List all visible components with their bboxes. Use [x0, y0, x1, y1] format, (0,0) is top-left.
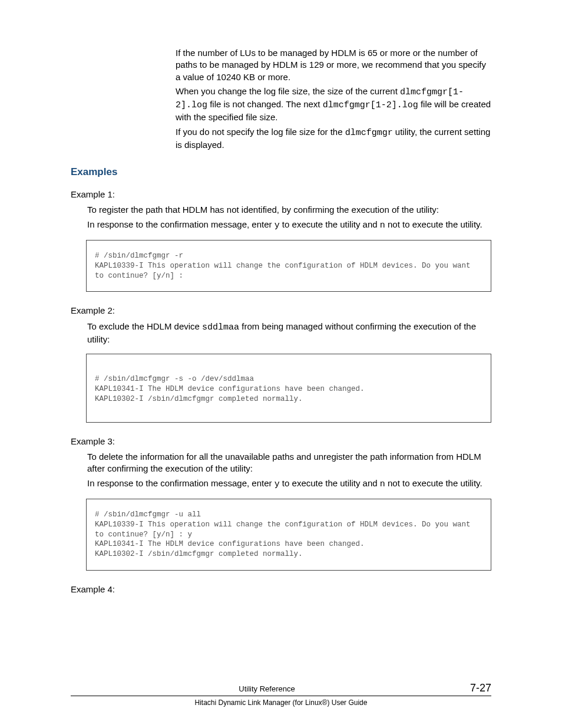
intro-para-2: When you change the log file size, the s…: [176, 85, 491, 124]
text: To exclude the HDLM device: [87, 321, 202, 331]
code-inline: dlmcfgmgr[1-2].log: [323, 100, 418, 110]
footer-line-1: Utility Reference 7-27: [71, 682, 491, 696]
footer-subtitle: Hitachi Dynamic Link Manager (for Linux®…: [71, 696, 491, 707]
example-2-body: To exclude the HDLM device sddlmaa from …: [87, 321, 491, 423]
example-3-code: # /sbin/dlmcfgmgr -u all KAPL10339-I Thi…: [86, 499, 491, 571]
code-inline: n: [380, 479, 385, 489]
example-4-label: Example 4:: [71, 584, 491, 595]
examples-heading: Examples: [71, 166, 491, 178]
intro-para-1: If the number of LUs to be managed by HD…: [176, 47, 491, 83]
code-inline: sddlmaa: [202, 322, 239, 332]
code-inline: n: [380, 220, 385, 230]
code-inline: y: [275, 479, 280, 489]
example-3-body: To delete the information for all the un…: [87, 451, 491, 571]
intro-para-3: If you do not specify the log file size …: [176, 126, 491, 151]
text: file is not changed. The next: [207, 99, 323, 109]
code-inline: y: [275, 220, 280, 230]
example-3-label: Example 3:: [71, 436, 491, 447]
text: not to execute the utility.: [385, 219, 482, 229]
text: In response to the confirmation message,…: [87, 478, 275, 488]
text: to execute the utility and: [280, 219, 380, 229]
example-3-response: In response to the confirmation message,…: [87, 477, 491, 490]
intro-block: If the number of LUs to be managed by HD…: [176, 47, 491, 151]
text: In response to the confirmation message,…: [87, 219, 275, 229]
code-inline: dlmcfgmgr: [345, 128, 393, 138]
text: to execute the utility and: [280, 478, 380, 488]
text: When you change the log file size, the s…: [176, 86, 400, 96]
text: not to execute the utility.: [385, 478, 482, 488]
text: If you do not specify the log file size …: [176, 127, 345, 137]
example-1-body: To register the path that HDLM has not i…: [87, 204, 491, 292]
page-footer: Utility Reference 7-27 Hitachi Dynamic L…: [71, 682, 491, 707]
footer-title: Utility Reference: [71, 684, 463, 693]
body-content: If the number of LUs to be managed by HD…: [159, 47, 491, 595]
example-1-desc: To register the path that HDLM has not i…: [87, 204, 491, 216]
page-container: If the number of LUs to be managed by HD…: [0, 0, 562, 728]
example-1-response: In response to the confirmation message,…: [87, 219, 491, 232]
example-2-label: Example 2:: [71, 305, 491, 317]
example-2-desc: To exclude the HDLM device sddlmaa from …: [87, 321, 491, 346]
footer-page-number: 7-27: [470, 682, 491, 694]
example-3-desc: To delete the information for all the un…: [87, 451, 491, 475]
example-1-code: # /sbin/dlmcfgmgr -r KAPL10339-I This op…: [86, 240, 491, 292]
example-2-code: # /sbin/dlmcfgmgr -s -o /dev/sddlmaa KAP…: [86, 354, 491, 423]
example-1-label: Example 1:: [71, 189, 491, 200]
